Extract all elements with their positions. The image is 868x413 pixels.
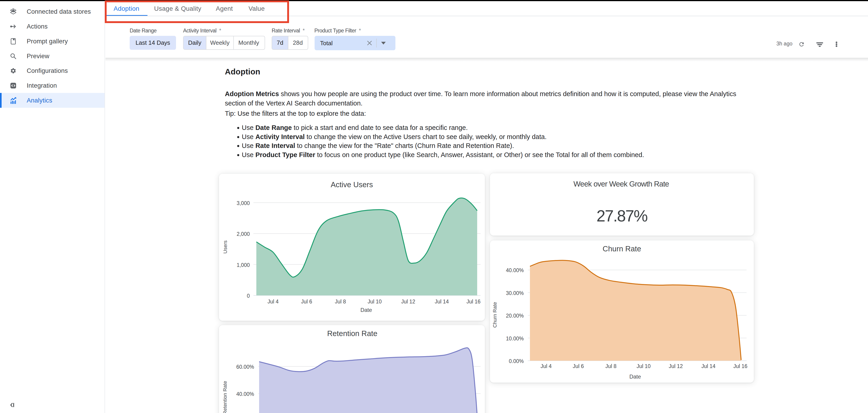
svg-text:Jul 12: Jul 12 <box>401 298 415 305</box>
svg-text:Jul 14: Jul 14 <box>435 298 449 305</box>
svg-text:0.00%: 0.00% <box>509 358 524 364</box>
svg-text:Jul 4: Jul 4 <box>540 363 552 369</box>
svg-text:1,000: 1,000 <box>237 262 250 268</box>
svg-text:Retention Rate: Retention Rate <box>222 381 228 413</box>
svg-text:Jul 8: Jul 8 <box>606 363 617 369</box>
svg-text:Jul 16: Jul 16 <box>733 363 747 369</box>
svg-text:3,000: 3,000 <box>237 200 250 206</box>
svg-text:40.00%: 40.00% <box>236 391 254 397</box>
svg-text:10.00%: 10.00% <box>506 336 524 342</box>
svg-text:Churn Rate: Churn Rate <box>603 245 641 253</box>
svg-text:Jul 10: Jul 10 <box>637 363 650 369</box>
svg-text:Jul 14: Jul 14 <box>701 363 715 369</box>
svg-text:27.87%: 27.87% <box>596 207 647 225</box>
svg-text:Jul 16: Jul 16 <box>466 298 480 305</box>
svg-text:Churn Rate: Churn Rate <box>492 302 498 328</box>
svg-text:Jul 6: Jul 6 <box>573 363 584 369</box>
svg-text:Jul 6: Jul 6 <box>301 298 312 305</box>
svg-text:Date: Date <box>629 374 641 380</box>
svg-text:Jul 4: Jul 4 <box>268 298 279 305</box>
svg-text:Jul 8: Jul 8 <box>335 298 346 305</box>
svg-text:60.00%: 60.00% <box>236 364 254 370</box>
svg-text:Date: Date <box>361 307 372 313</box>
svg-text:Week over Week Growth Rate: Week over Week Growth Rate <box>574 180 669 188</box>
svg-text:Jul 10: Jul 10 <box>368 298 381 305</box>
svg-text:Jul 12: Jul 12 <box>669 363 683 369</box>
svg-text:Retention Rate: Retention Rate <box>327 329 377 338</box>
svg-text:40.00%: 40.00% <box>506 267 524 273</box>
svg-text:Users: Users <box>222 241 228 253</box>
svg-text:2,000: 2,000 <box>237 231 250 237</box>
svg-text:30.00%: 30.00% <box>506 290 524 296</box>
svg-text:Active Users: Active Users <box>331 180 373 189</box>
svg-text:20.00%: 20.00% <box>506 313 524 319</box>
svg-text:0: 0 <box>247 293 250 299</box>
